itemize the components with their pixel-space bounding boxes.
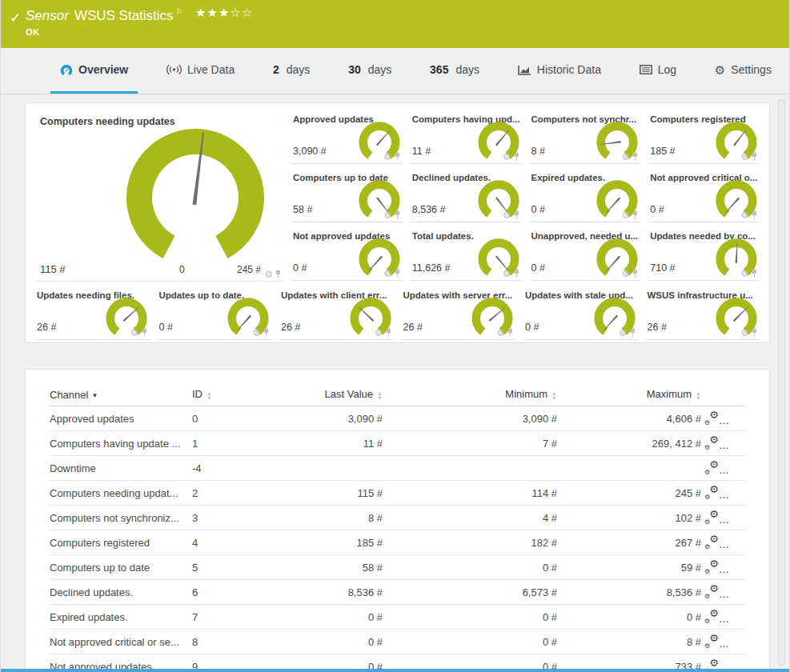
gear-icon[interactable]: ⚙: [503, 210, 511, 220]
column-header-id[interactable]: ID▲▼: [192, 388, 272, 401]
table-row[interactable]: Expired updates.70 #0 #0 #⚙⚙: [50, 605, 745, 630]
gauge-cell[interactable]: Expired updates.0 #⚙: [530, 170, 641, 222]
gear-icon[interactable]: ⚙: [383, 269, 392, 278]
pin-icon[interactable]: [632, 210, 639, 220]
pin-icon[interactable]: [513, 210, 520, 220]
pin-icon[interactable]: [141, 328, 148, 338]
pin-icon[interactable]: [751, 328, 758, 338]
pin-icon[interactable]: [632, 269, 639, 278]
main-gauge-cell[interactable]: Computers needing updates 115 # 0 245 # …: [35, 111, 283, 282]
gauge-cell[interactable]: Not approved updates0 #⚙: [291, 228, 403, 281]
pin-icon[interactable]: [275, 270, 282, 279]
table-row[interactable]: Computers not synchroniz...38 #4 #102 #⚙…: [50, 506, 745, 530]
edit-channel-icon[interactable]: ⚙⚙: [704, 411, 719, 424]
column-header-last-value[interactable]: Last Value▲▼: [272, 388, 386, 401]
table-row[interactable]: Computers registered4185 #182 #267 #⚙⚙: [50, 530, 745, 555]
gauge-cell[interactable]: Updates up to date.0 #⚙: [158, 287, 272, 340]
priority-stars[interactable]: ★★★☆☆: [195, 6, 253, 20]
table-row[interactable]: Computers having update ...111 #7 #269, …: [50, 431, 745, 456]
gear-icon[interactable]: ⚙: [383, 152, 392, 162]
gear-icon[interactable]: ⚙: [621, 269, 630, 278]
tab-30-days[interactable]: 30 days: [339, 48, 401, 94]
gauge-cell[interactable]: Total updates.11,626 #⚙: [411, 228, 522, 281]
gauge-cell[interactable]: Computers having upd...11 #⚙: [411, 111, 522, 164]
gear-icon[interactable]: ⚙: [740, 269, 749, 278]
pin-icon[interactable]: [394, 210, 401, 220]
gear-icon[interactable]: ⚙: [264, 270, 273, 279]
gear-icon[interactable]: ⚙: [740, 328, 749, 338]
tab-overview[interactable]: Overview: [50, 48, 138, 94]
tab-live-data[interactable]: Live Data: [157, 48, 244, 94]
table-row[interactable]: Declined updates.68,536 #6,573 #8,536 #⚙…: [50, 580, 745, 605]
gear-icon[interactable]: ⚙: [375, 328, 383, 338]
table-row[interactable]: Computers up to date558 #0 #59 #⚙⚙: [50, 555, 745, 580]
table-row[interactable]: Downtime-4⚙⚙: [50, 456, 745, 481]
minimum-cell: 114 #: [386, 487, 560, 499]
column-header-maximum[interactable]: Maximum▲▼: [560, 388, 704, 401]
gauge-cell[interactable]: Unapproved, needed u...0 #⚙: [530, 228, 641, 281]
edit-channel-icon[interactable]: ⚙⚙: [704, 510, 719, 523]
table-row[interactable]: Not approved critical or se...80 #0 #8 #…: [50, 630, 745, 654]
edit-channel-icon[interactable]: ⚙⚙: [704, 535, 719, 548]
edit-channel-icon[interactable]: ⚙⚙: [704, 585, 719, 598]
pin-icon[interactable]: [263, 328, 270, 338]
gauge-cell[interactable]: Declined updates.8,536 #⚙: [411, 170, 522, 222]
gear-icon[interactable]: ⚙: [503, 152, 511, 162]
gauge-cell[interactable]: Computers not synchr...8 #⚙: [530, 111, 641, 164]
column-header-channel[interactable]: Channel▼: [50, 389, 192, 401]
pin-icon[interactable]: [507, 328, 514, 338]
pin-icon[interactable]: [513, 269, 520, 278]
gear-icon[interactable]: ⚙: [740, 210, 749, 220]
gauge-cell[interactable]: Updates needed by co...710 #⚙: [648, 228, 760, 281]
edit-channel-icon[interactable]: ⚙⚙: [704, 610, 719, 622]
pin-icon[interactable]: [394, 269, 401, 278]
gauge-cell[interactable]: Updates with client err...26 #⚙: [279, 287, 394, 340]
pin-icon[interactable]: [751, 210, 758, 220]
row-actions-cell: ⚙⚙: [704, 535, 745, 550]
gear-icon[interactable]: ⚙: [503, 269, 511, 278]
gear-icon[interactable]: ⚙: [130, 328, 139, 338]
last-value-cell: 0 #: [272, 611, 386, 623]
table-row[interactable]: Computers needing updat...2115 #114 #245…: [50, 481, 745, 506]
pin-icon[interactable]: [751, 152, 758, 162]
edit-channel-icon[interactable]: ⚙⚙: [704, 634, 719, 647]
gauge-value: 11,626 #: [412, 262, 451, 274]
gear-icon[interactable]: ⚙: [621, 210, 630, 220]
pin-icon[interactable]: [385, 328, 392, 338]
gauge-cell[interactable]: Updates needing files.26 #⚙: [35, 287, 150, 340]
tab-settings[interactable]: ⚙ Settings: [705, 48, 781, 94]
vertical-scrollbar[interactable]: [778, 99, 785, 666]
gauge-cell[interactable]: WSUS infrastructure u...26 #⚙: [646, 287, 760, 340]
edit-channel-icon[interactable]: ⚙⚙: [704, 461, 719, 474]
table-row[interactable]: Approved updates03,090 #3,090 #4,606 #⚙⚙: [50, 406, 745, 431]
pin-icon[interactable]: [629, 328, 636, 338]
tab-log[interactable]: Log: [630, 48, 686, 94]
last-value-cell: 3,090 #: [272, 413, 386, 425]
gear-icon[interactable]: ⚙: [619, 328, 628, 338]
tab-365-days[interactable]: 365 days: [420, 48, 489, 94]
pin-icon[interactable]: [751, 269, 758, 278]
pin-icon[interactable]: [513, 152, 520, 162]
gauge-cell[interactable]: Not approved critical o...0 #⚙: [648, 170, 760, 222]
gauge-cell[interactable]: Updates with server err...26 #⚙: [402, 287, 516, 340]
gauge-cell[interactable]: Updates with stale upd...0 #⚙: [523, 287, 638, 340]
gear-icon[interactable]: ⚙: [621, 152, 630, 162]
pin-icon[interactable]: [394, 152, 401, 162]
gauge-cell[interactable]: Computers up to date58 #⚙: [291, 170, 403, 222]
pin-icon[interactable]: [632, 152, 639, 162]
last-value-cell: 115 #: [272, 487, 386, 499]
edit-channel-icon[interactable]: ⚙⚙: [704, 436, 719, 449]
tab-historic-data[interactable]: Historic Data: [508, 48, 611, 94]
historic-data-icon: [518, 65, 531, 75]
gear-icon[interactable]: ⚙: [496, 328, 505, 338]
gauge-cell[interactable]: Computers registered185 #⚙: [648, 111, 760, 164]
edit-channel-icon[interactable]: ⚙⚙: [704, 486, 719, 498]
gear-icon[interactable]: ⚙: [740, 152, 749, 162]
edit-channel-icon[interactable]: ⚙⚙: [704, 560, 719, 573]
priority-flag-icon[interactable]: ⚐: [176, 7, 183, 16]
gear-icon[interactable]: ⚙: [383, 210, 392, 220]
gear-icon[interactable]: ⚙: [252, 328, 261, 338]
tab-2-days[interactable]: 2 days: [263, 48, 319, 94]
column-header-minimum[interactable]: Minimum▲▼: [386, 388, 560, 401]
gauge-cell[interactable]: Approved updates3,090 #⚙: [291, 111, 403, 164]
